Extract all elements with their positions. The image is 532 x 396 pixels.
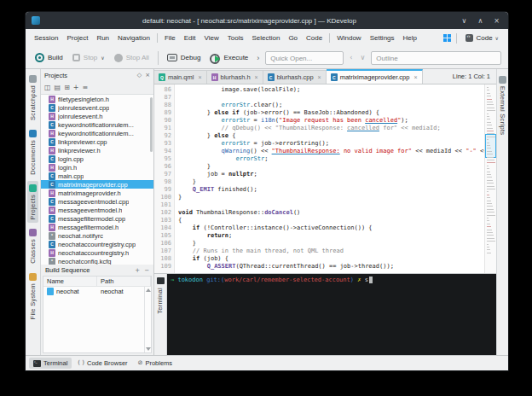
close-button[interactable]: × <box>491 17 502 25</box>
menu-project[interactable]: Project <box>62 32 92 44</box>
code-line-108: if (job) { <box>178 255 484 263</box>
cpp-file-icon: C <box>49 138 55 146</box>
code-line-105: return; <box>178 232 484 240</box>
execute-button[interactable]: Execute <box>207 51 251 64</box>
file-neochat-notifyrc[interactable]: *neochat.notifyrc <box>41 231 153 240</box>
menu-run[interactable]: Run <box>92 32 113 44</box>
chevron-down-icon: ∨ <box>495 35 499 41</box>
code-line-104: if (!Controller::instance()->activeConne… <box>178 224 484 232</box>
terminal-dock-tab[interactable]: Terminal <box>154 274 167 355</box>
editor-tab-blurhash-cpp[interactable]: Cblurhash.cpp× <box>263 70 327 84</box>
file-matriximageprovider-cpp[interactable]: Cmatriximageprovider.cpp <box>41 180 153 189</box>
dock-tab-classes[interactable]: Classes <box>27 225 38 267</box>
menu-code[interactable]: Code <box>302 32 327 44</box>
perspective-button[interactable]: Code ∨ <box>462 32 502 44</box>
maximize-button[interactable]: ∧ <box>475 17 486 25</box>
menu-session[interactable]: Session <box>30 32 62 44</box>
file-filetypesingleton-h[interactable]: Hfiletypesingleton.h <box>41 95 153 103</box>
file-messagefiltermodel-cpp[interactable]: Cmessagefiltermodel.cpp <box>41 214 153 223</box>
app-grid-icon[interactable] <box>443 34 451 42</box>
file-linkpreviewer-cpp[interactable]: Clinkpreviewer.cpp <box>41 137 153 146</box>
stop-button[interactable]: Stop ∨ <box>70 52 107 63</box>
dock-tab-file-system[interactable]: File System <box>27 270 38 323</box>
dock-tab-scratchpad[interactable]: Scratchpad <box>27 72 38 124</box>
menu-view[interactable]: View <box>200 32 223 44</box>
menu-edit[interactable]: Edit <box>180 32 200 44</box>
menu-tools[interactable]: Tools <box>223 32 248 44</box>
editor-tab-blurhash-h[interactable]: Hblurhash.h× <box>207 70 263 84</box>
scroll-down-icon[interactable] <box>146 347 151 351</box>
statusbar-terminal[interactable]: Terminal <box>29 358 72 369</box>
header-file-icon: H <box>49 207 55 214</box>
filter-icon[interactable]: ≡ <box>83 84 89 91</box>
menu-selection[interactable]: Selection <box>247 32 284 44</box>
statusbar-code-browser[interactable]: ( )Code Browser <box>73 358 131 369</box>
stop-all-button[interactable]: Stop All <box>112 52 152 64</box>
file-neochatconfig-kcfg[interactable]: *neochatconfig.kcfg <box>41 257 153 265</box>
terminal-console[interactable]: → tokodon git:(work/carl/remember-select… <box>167 274 496 355</box>
panel-close-button[interactable]: × <box>145 72 150 79</box>
file-joinrulesevent-cpp[interactable]: Cjoinrulesevent.cpp <box>41 103 153 112</box>
menu-file[interactable]: File <box>160 32 180 44</box>
screen: default: neochat - [ neochat:src/matrixi… <box>0 0 532 396</box>
add-icon[interactable]: + <box>73 84 79 91</box>
file-joinrulesevent-h[interactable]: Hjoinrulesevent.h <box>41 112 153 120</box>
quick-open-field[interactable]: Quick Open... <box>265 51 344 65</box>
minimap-scrollbar[interactable] <box>484 84 496 273</box>
build-set-icon[interactable]: ⊞ <box>64 84 70 91</box>
code-editor[interactable]: image.save(localFile); errorStr.clear();… <box>175 84 484 273</box>
toolbar-overflow-button[interactable]: › <box>255 54 261 62</box>
close-tab-icon[interactable]: × <box>318 74 321 80</box>
debug-button[interactable]: Debug <box>165 52 204 63</box>
menu-navigation[interactable]: Navigation <box>113 32 154 44</box>
file-neochataccountregistry-h[interactable]: Hneochataccountregistry.h <box>41 248 153 257</box>
menu-help[interactable]: Help <box>399 32 421 44</box>
file-keywordnotificationrulem[interactable]: Ckeywordnotificationrulem... <box>41 120 153 129</box>
file-messagefiltermodel-h[interactable]: Hmessagefiltermodel.h <box>41 223 153 231</box>
titlebar[interactable]: default: neochat - [ neochat:src/matrixi… <box>26 12 508 29</box>
code-line-86: image.save(localFile); <box>178 86 484 94</box>
scroll-up-icon[interactable] <box>146 288 151 292</box>
dock-tab-label: Classes <box>30 239 37 264</box>
file-keywordnotificationrulem[interactable]: Hkeywordnotificationrulem... <box>41 129 153 137</box>
outline-field[interactable]: Outline <box>371 51 501 65</box>
file-matriximageprovider-h[interactable]: Hmatriximageprovider.h <box>41 189 153 197</box>
reload-icon[interactable]: ▤ <box>55 84 61 91</box>
nav-dropdown-button[interactable]: ∨ <box>359 52 367 63</box>
editor-tab-main-qml[interactable]: Qmain.qml× <box>154 70 207 84</box>
project-file-tree[interactable]: Hfiletypesingleton.hCjoinrulesevent.cppH… <box>41 94 153 265</box>
scratchpad-icon <box>29 75 37 83</box>
close-tab-icon[interactable]: × <box>413 74 417 80</box>
file-messageeventmodel-h[interactable]: Hmessageeventmodel.h <box>41 206 153 214</box>
locate-current-document-icon[interactable]: ◫ <box>44 84 51 91</box>
menu-window[interactable]: Window <box>332 32 365 44</box>
panel-float-button[interactable]: ◇ <box>137 72 142 79</box>
build-seq-remove-button[interactable]: − <box>144 267 149 274</box>
file-login-h[interactable]: Hlogin.h <box>41 163 153 172</box>
nav-back-button[interactable]: ‹ <box>348 52 354 63</box>
dock-tab-label: Projects <box>30 195 37 220</box>
minimize-button[interactable]: ∨ <box>459 17 470 25</box>
table-scrollbar[interactable] <box>144 287 151 352</box>
dock-tab-external-scripts[interactable]: External Scripts <box>497 73 508 138</box>
column-header-path[interactable]: Path <box>97 277 151 286</box>
menu-go[interactable]: Go <box>284 32 302 44</box>
file-linkpreviewer-h[interactable]: Hlinkpreviewer.h <box>41 146 153 154</box>
statusbar-problems[interactable]: ⊘Problems <box>134 358 177 369</box>
file-login-cpp[interactable]: Clogin.cpp <box>41 154 153 163</box>
close-tab-icon[interactable]: × <box>198 74 201 80</box>
dock-tab-projects[interactable]: Projects <box>27 181 38 224</box>
editor-tab-matriximageprovider-cpp[interactable]: Cmatriximageprovider.cpp× <box>327 69 423 84</box>
file-neochataccountregistry-cpp[interactable]: Cneochataccountregistry.cpp <box>41 240 153 248</box>
close-tab-icon[interactable]: × <box>255 74 258 80</box>
file-main-cpp[interactable]: Cmain.cpp <box>41 172 153 180</box>
header-file-icon: H <box>49 224 55 231</box>
build-button[interactable]: Build <box>32 51 66 64</box>
build-seq-add-button[interactable]: + <box>135 267 140 274</box>
build-seq-row-neochat[interactable]: neochatneochat <box>43 287 151 296</box>
dock-tab-documents[interactable]: Documents <box>27 126 38 178</box>
menu-settings[interactable]: Settings <box>366 32 399 44</box>
file-messageeventmodel-cpp[interactable]: Cmessageeventmodel.cpp <box>41 197 153 206</box>
tree-scrollbar[interactable] <box>150 97 153 152</box>
column-header-name[interactable]: Name <box>43 277 97 286</box>
